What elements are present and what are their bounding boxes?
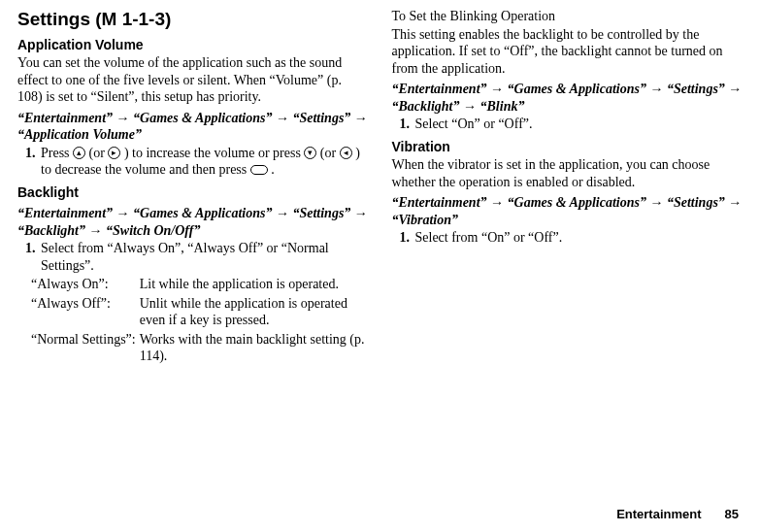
key-down-icon: ▾ (304, 147, 316, 159)
arrow-icon: → (728, 195, 742, 210)
nav-seg: “Entertainment” (392, 195, 487, 210)
arrow-icon: → (354, 111, 368, 125)
footer-page-number: 85 (725, 507, 739, 522)
vibration-heading: Vibration (392, 139, 743, 156)
option-val: Unlit while the application is operated … (140, 295, 369, 331)
list-item: Select from “On” or “Off”. (413, 229, 743, 247)
blink-body: This setting enables the backlight to be… (392, 26, 743, 78)
key-up-icon: ▴ (73, 147, 85, 159)
nav-seg: “Blink” (480, 99, 525, 114)
step-text: (or (320, 146, 340, 160)
blink-steps: Select “On” or “Off”. (392, 116, 743, 133)
backlight-heading: Backlight (17, 184, 369, 202)
list-item: Select from “Always On”, “Always Off” or… (39, 240, 369, 274)
arrow-icon: → (276, 111, 289, 125)
option-val: Works with the main backlight setting (p… (140, 331, 369, 367)
table-row: “Normal Settings”: Works with the main b… (31, 331, 369, 367)
option-val: Lit while the application is operated. (140, 276, 369, 295)
backlight-navpath: “Entertainment” → “Games & Applications”… (17, 205, 369, 239)
columns: Settings (M 1-1-3) Application Volume Yo… (17, 8, 743, 507)
step-text: Select “On” or “Off”. (415, 116, 533, 131)
nav-seg: “Entertainment” (17, 206, 113, 220)
nav-seg: “Settings” (292, 111, 350, 125)
page: Settings (M 1-1-3) Application Volume Yo… (0, 0, 760, 532)
option-key: “Normal Settings”: (31, 331, 140, 367)
nav-seg: “Games & Applications” (508, 82, 646, 96)
footer-section: Entertainment (616, 507, 701, 522)
arrow-icon: → (116, 111, 130, 125)
nav-seg: “Backlight” (17, 223, 85, 238)
nav-seg: “Backlight” (392, 99, 460, 114)
key-left-icon: ◂ (340, 147, 352, 159)
arrow-icon: → (490, 82, 504, 96)
table-row: “Always On”: Lit while the application i… (31, 276, 369, 295)
arrow-icon: → (728, 82, 742, 96)
page-title: Settings (M 1-1-3) (17, 8, 369, 31)
nav-seg: “Entertainment” (392, 82, 487, 96)
list-item: Press ▴ (or ▸ ) to increase the volume o… (39, 145, 369, 179)
nav-seg: “Games & Applications” (133, 111, 272, 125)
footer: Entertainment 85 (17, 507, 743, 532)
vibration-steps: Select from “On” or “Off”. (392, 229, 743, 247)
vibration-body: When the vibrator is set in the applicat… (392, 156, 743, 190)
arrow-icon: → (116, 206, 130, 220)
backlight-options: “Always On”: Lit while the application i… (31, 276, 369, 367)
option-key: “Always Off”: (31, 295, 140, 331)
nav-seg: “Switch On/Off” (106, 223, 200, 238)
key-center-icon (250, 165, 268, 175)
nav-seg: “Settings” (667, 82, 725, 96)
right-column: To Set the Blinking Operation This setti… (392, 8, 743, 507)
arrow-icon: → (354, 206, 368, 220)
nav-seg: “Settings” (292, 206, 350, 220)
step-text: Select from “On” or “Off”. (415, 230, 563, 245)
nav-seg: “Application Volume” (17, 127, 142, 142)
nav-seg: “Entertainment” (17, 111, 113, 125)
arrow-icon: → (463, 99, 477, 114)
arrow-icon: → (89, 223, 103, 238)
vibration-navpath: “Entertainment” → “Games & Applications”… (392, 194, 743, 228)
appvol-navpath: “Entertainment” → “Games & Applications”… (17, 110, 369, 144)
step-text: . (271, 162, 275, 177)
arrow-icon: → (490, 195, 504, 210)
arrow-icon: → (649, 82, 663, 96)
arrow-icon: → (276, 206, 289, 220)
appvol-steps: Press ▴ (or ▸ ) to increase the volume o… (17, 145, 369, 179)
nav-seg: “Settings” (667, 195, 725, 210)
appvol-heading: Application Volume (17, 37, 369, 54)
left-column: Settings (M 1-1-3) Application Volume Yo… (17, 8, 369, 507)
step-text: (or (89, 146, 109, 160)
table-row: “Always Off”: Unlit while the applicatio… (31, 295, 369, 331)
arrow-icon: → (649, 195, 663, 210)
step-text: ) to increase the volume or press (124, 146, 304, 160)
step-text: Select from “Always On”, “Always Off” or… (41, 241, 329, 273)
blink-navpath: “Entertainment” → “Games & Applications”… (392, 81, 743, 115)
list-item: Select “On” or “Off”. (413, 116, 743, 133)
backlight-steps: Select from “Always On”, “Always Off” or… (17, 240, 369, 274)
step-text: Press (41, 146, 73, 160)
appvol-body: You can set the volume of the applicatio… (17, 54, 369, 106)
key-right-icon: ▸ (108, 147, 120, 159)
nav-seg: “Games & Applications” (133, 206, 272, 220)
nav-seg: “Vibration” (392, 213, 458, 227)
blink-heading: To Set the Blinking Operation (392, 8, 743, 25)
nav-seg: “Games & Applications” (508, 195, 646, 210)
option-key: “Always On”: (31, 276, 140, 295)
